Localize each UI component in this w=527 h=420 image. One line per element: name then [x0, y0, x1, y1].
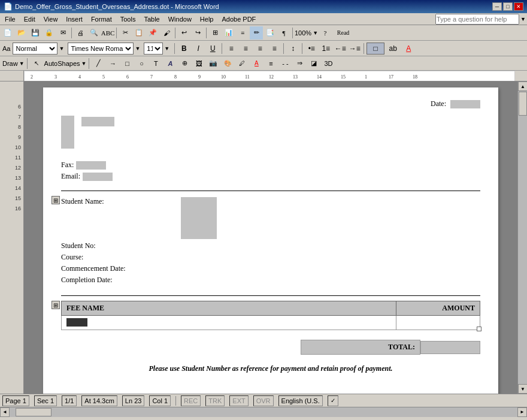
copy-button[interactable]: 📋 [132, 26, 146, 40]
align-center-button[interactable]: ≡ [239, 43, 252, 55]
line-style-button[interactable]: ≡ [264, 57, 277, 70]
zoom-dropdown-icon[interactable]: ▼ [313, 30, 318, 36]
pointer-button[interactable]: ↖ [30, 57, 43, 70]
style-select[interactable]: Normal [13, 43, 57, 55]
arrow-button[interactable]: → [106, 57, 119, 70]
page-status: Page 1 [2, 395, 29, 406]
app-icon: 📄 [4, 2, 13, 11]
size-dropdown-icon[interactable]: ▼ [164, 46, 169, 52]
font-select[interactable]: Times New Roman [68, 43, 134, 55]
cut-button[interactable]: ✂ [119, 26, 132, 40]
format-painter-button[interactable]: 🖌 [160, 26, 173, 40]
numbering-button[interactable]: 1≡ [319, 43, 332, 55]
student-no-value [181, 240, 480, 252]
autoshapes-label[interactable]: AutoShapes [44, 60, 80, 67]
hscroll-left-button[interactable]: ◄ [0, 407, 10, 417]
email-button[interactable]: ✉ [56, 26, 69, 40]
underline-button[interactable]: U [206, 43, 219, 55]
dash-style-button[interactable]: - - [278, 57, 292, 70]
diagram-button[interactable]: ⊕ [178, 57, 191, 70]
autoshapes-dropdown[interactable]: ▼ [81, 61, 87, 67]
save-button[interactable]: 💾 [29, 26, 42, 40]
fee-name-cell [62, 316, 396, 330]
bullets-button[interactable]: •≡ [305, 43, 318, 55]
doc-map-button[interactable]: 📑 [264, 26, 277, 40]
permission-button[interactable]: 🔒 [43, 26, 56, 40]
help-input[interactable] [435, 14, 519, 25]
clipart-button[interactable]: 🖼 [192, 57, 205, 70]
insert-excel-button[interactable]: 📊 [222, 26, 235, 40]
style-dropdown-icon[interactable]: ▼ [59, 46, 64, 52]
highlight-button[interactable]: ab [386, 43, 400, 55]
status-bar: Page 1 Sec 1 1/1 At 14.3cm Ln 23 Col 1 R… [0, 394, 527, 407]
table-move-handle[interactable]: ⊞ [52, 196, 60, 204]
wordart-button[interactable]: A [163, 57, 177, 70]
menu-insert[interactable]: Insert [62, 14, 86, 24]
line-color-button[interactable]: 🖊 [235, 57, 249, 70]
drawing-button[interactable]: ✏ [250, 26, 263, 40]
hscroll-right-button[interactable]: ► [517, 407, 527, 417]
font-color-btn2[interactable]: A [250, 57, 263, 70]
draw-dropdown[interactable]: ▼ [19, 61, 25, 67]
spelling-button[interactable]: ABC [101, 26, 114, 40]
redo-button[interactable]: ↪ [191, 26, 204, 40]
borders-button[interactable]: □ [367, 43, 384, 55]
paste-button[interactable]: 📌 [146, 26, 159, 40]
undo-button[interactable]: ↩ [177, 26, 190, 40]
scroll-up-button[interactable]: ▲ [518, 81, 527, 91]
menu-window[interactable]: Window [165, 14, 195, 24]
read-button[interactable]: Read [332, 26, 354, 40]
increase-indent-button[interactable]: →≡ [348, 43, 361, 55]
new-button[interactable]: 📄 [1, 26, 14, 40]
table-resize-handle[interactable] [477, 327, 481, 331]
menu-table[interactable]: Table [140, 14, 163, 24]
decrease-indent-button[interactable]: ←≡ [334, 43, 347, 55]
shadow-button[interactable]: ◪ [307, 57, 320, 70]
oval-button[interactable]: ○ [135, 57, 148, 70]
menu-edit[interactable]: Edit [20, 14, 39, 24]
open-button[interactable]: 📂 [15, 26, 28, 40]
align-right-button[interactable]: ≡ [253, 43, 266, 55]
print-preview-button[interactable]: 🔍 [87, 26, 101, 40]
textbox-button[interactable]: T [149, 57, 162, 70]
maximize-button[interactable]: □ [503, 2, 513, 11]
minimize-button[interactable]: ─ [492, 2, 502, 11]
help-button[interactable]: ? [319, 26, 332, 40]
arrow-style-button[interactable]: ⇒ [293, 57, 306, 70]
line-button[interactable]: ╱ [92, 57, 105, 70]
menu-help[interactable]: Help [196, 14, 217, 24]
scroll-track[interactable] [518, 91, 527, 384]
size-select[interactable]: 11 [144, 43, 163, 55]
menu-adobe[interactable]: Adobe PDF [218, 14, 259, 24]
hscroll-track[interactable] [10, 407, 517, 417]
date-line: Date: [61, 99, 480, 108]
insert-table-button[interactable]: ⊞ [208, 26, 222, 40]
menu-tools[interactable]: Tools [117, 14, 140, 24]
scroll-down-button[interactable]: ▼ [518, 384, 527, 394]
italic-button[interactable]: I [192, 43, 205, 55]
bold-button[interactable]: B [177, 43, 190, 55]
font-dropdown-icon[interactable]: ▼ [135, 46, 140, 52]
picture-button[interactable]: 📷 [207, 57, 220, 70]
menu-format[interactable]: Format [87, 14, 116, 24]
divider-2 [61, 295, 480, 296]
columns-button[interactable]: ≡ [236, 26, 249, 40]
help-arrow[interactable]: ▼ [520, 16, 526, 22]
fee-table-handle[interactable]: ⊞ [52, 301, 60, 309]
draw-label[interactable]: Draw [2, 60, 18, 67]
justify-button[interactable]: ≡ [268, 43, 281, 55]
font-color-button[interactable]: A [401, 43, 416, 55]
hscroll-thumb[interactable] [16, 408, 52, 416]
menu-file[interactable]: File [1, 14, 19, 24]
document-area[interactable]: Date: Fax: Email: [24, 81, 517, 394]
align-left-button[interactable]: ≡ [225, 43, 238, 55]
show-hide-button[interactable]: ¶ [277, 26, 290, 40]
print-button[interactable]: 🖨 [74, 26, 87, 40]
3d-button[interactable]: 3D [322, 57, 335, 70]
scroll-thumb[interactable] [519, 92, 527, 116]
menu-view[interactable]: View [40, 14, 62, 24]
rectangle-button[interactable]: □ [120, 57, 134, 70]
line-spacing-button[interactable]: ↕ [286, 43, 299, 55]
fill-color-button[interactable]: 🎨 [221, 57, 234, 70]
close-button[interactable]: ✕ [514, 2, 523, 11]
